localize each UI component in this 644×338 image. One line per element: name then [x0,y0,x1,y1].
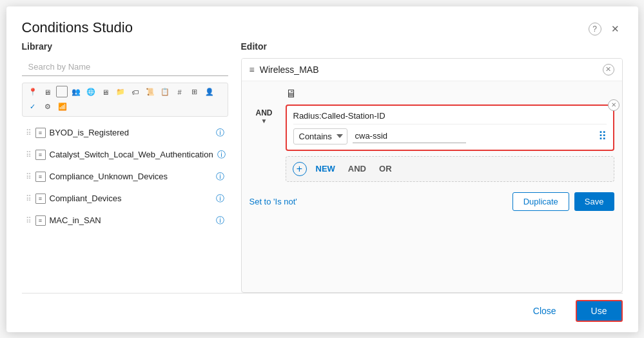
and-label: AND [256,108,273,117]
condition-field-name: Radius:Called-Station-ID [293,111,607,124]
set-is-not-link[interactable]: Set to 'Is not' [249,197,297,206]
condition-close-icon[interactable]: ✕ [608,99,620,111]
duplicate-button[interactable]: Duplicate [512,192,569,211]
list-icon[interactable]: 📋 [159,86,171,99]
list-item[interactable]: ⠿ ≡ BYOD_is_Registered ⓘ [22,122,228,144]
square1-icon[interactable] [56,86,68,97]
device-row: 🖥 [286,88,614,101]
library-panel: Library 📍 🖥 👥 🌐 🖥 [22,41,228,293]
user-icon[interactable]: 👤 [203,86,216,99]
editor-name: Wireless_MAB [260,65,319,75]
hash-icon[interactable]: # [173,86,186,99]
modal-header: Conditions Studio ? ✕ [6,6,638,41]
close-footer-button[interactable]: Close [522,301,568,321]
info-icon[interactable]: ⓘ [216,127,224,139]
help-icon: ? [589,23,601,35]
info-icon[interactable]: ⓘ [217,149,226,161]
list-item[interactable]: ⠿ ≡ Compliant_Devices ⓘ [22,188,228,210]
drag-handle-icon: ⠿ [26,216,32,225]
settings-icon[interactable]: ⚙ [41,101,54,114]
desktop-icon[interactable]: 🖥 [99,86,112,99]
library-list: ⠿ ≡ BYOD_is_Registered ⓘ ⠿ ≡ Catalyst_Sw… [22,122,228,293]
search-wrap [22,58,228,76]
grid-dots-icon[interactable]: ⠿ [598,129,607,143]
item-label: Compliance_Unknown_Devices [50,172,212,181]
modal-overlay: Conditions Studio ? ✕ Library 📍 [0,0,644,338]
folder-icon[interactable]: 📁 [114,86,127,99]
item-doc-icon: ≡ [35,172,46,182]
condition-block: 🖥 ✕ Radius:Called-Station-ID Contains [286,88,614,182]
item-doc-icon: ≡ [35,150,46,160]
editor-close-icon[interactable]: ✕ [603,64,614,75]
use-button[interactable]: Use [576,300,623,322]
monitor-icon[interactable]: 🖥 [41,86,54,99]
and-condition-button[interactable]: AND [344,162,370,175]
and-label-group: AND ▼ [249,108,279,124]
editor-action-buttons: Duplicate Save [512,192,614,211]
editor-doc-icon: ≡ [249,65,255,75]
library-label: Library [22,41,228,52]
item-label: Catalyst_Switch_Local_Web_Authentication [50,150,213,159]
list-item[interactable]: ⠿ ≡ Catalyst_Switch_Local_Web_Authentica… [22,144,228,166]
check-icon[interactable]: ✓ [26,101,39,114]
info-icon[interactable]: ⓘ [216,171,224,183]
add-condition-row: + NEW AND OR [286,156,614,182]
drag-handle-icon: ⠿ [26,128,32,137]
condition-card: ✕ Radius:Called-Station-ID Contains ⠿ [286,104,614,151]
condition-value-input[interactable] [353,129,466,143]
item-label: Compliant_Devices [50,194,212,203]
close-button[interactable]: ✕ [609,22,623,36]
modal-title: Conditions Studio [22,19,133,36]
new-condition-button[interactable]: NEW [312,162,339,175]
table-icon[interactable]: ⊞ [188,86,201,99]
editor-content: ≡ Wireless_MAB ✕ AND ▼ [241,58,623,293]
add-condition-button[interactable]: + [293,162,307,176]
tag-icon[interactable]: 🏷 [129,86,142,99]
or-condition-button[interactable]: OR [375,162,396,175]
editor-label: Editor [241,41,623,52]
help-button[interactable]: ? [588,22,602,36]
cert-icon[interactable]: 📜 [144,86,157,99]
item-label: MAC_in_SAN [50,215,212,225]
list-item[interactable]: ⠿ ≡ Compliance_Unknown_Devices ⓘ [22,166,228,188]
icon-toolbar: 📍 🖥 👥 🌐 🖥 📁 🏷 📜 [22,83,228,117]
save-button[interactable]: Save [574,192,614,211]
item-doc-icon: ≡ [35,128,46,138]
item-doc-icon: ≡ [35,215,46,226]
info-icon[interactable]: ⓘ [216,193,224,204]
editor-top-bar: ≡ Wireless_MAB ✕ [242,59,622,81]
modal-header-icons: ? ✕ [588,22,623,36]
modal-body: Library 📍 🖥 👥 🌐 🖥 [6,41,638,293]
info-icon[interactable]: ⓘ [216,215,224,226]
drag-handle-icon: ⠿ [26,150,32,159]
search-input[interactable] [22,58,228,76]
close-icon: ✕ [611,23,620,35]
people-icon[interactable]: 👥 [70,86,83,99]
item-label: BYOD_is_Registered [50,128,212,137]
location-icon[interactable]: 📍 [26,86,39,99]
condition-inputs-row: Contains ⠿ [293,128,607,144]
editor-title-row: ≡ Wireless_MAB [249,65,319,75]
modal: Conditions Studio ? ✕ Library 📍 [6,6,638,332]
editor-bottom-actions: Set to 'Is not' Duplicate Save [242,188,622,216]
drag-handle-icon: ⠿ [26,172,32,181]
globe-icon[interactable]: 🌐 [84,86,97,99]
condition-area: AND ▼ 🖥 ✕ Radius: [242,81,622,188]
editor-panel: Editor ≡ Wireless_MAB ✕ AND [241,41,623,293]
list-item[interactable]: ⠿ ≡ MAC_in_SAN ⓘ [22,210,228,232]
wifi-icon[interactable]: 📶 [56,101,69,114]
modal-footer: Close Use [6,293,638,332]
condition-operator-select[interactable]: Contains [293,128,347,144]
and-arrow-icon: ▼ [261,117,268,124]
item-doc-icon: ≡ [35,194,46,204]
drag-handle-icon: ⠿ [26,194,32,203]
device-monitor-icon: 🖥 [286,88,297,101]
